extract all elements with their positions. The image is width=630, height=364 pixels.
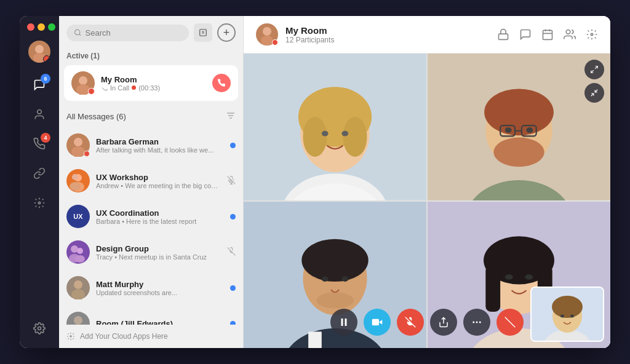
svg-point-38 xyxy=(566,30,570,34)
room-info: My Room 12 Participants xyxy=(285,25,490,44)
conv-preview: Barbara • Here is the latest report xyxy=(96,218,224,225)
mute-button[interactable] xyxy=(397,309,424,336)
call-duration: (00:33) xyxy=(138,84,160,92)
svg-point-3 xyxy=(38,202,40,204)
sidebar-item-calls[interactable]: 4 xyxy=(27,132,52,156)
conv-info: UX Coordination Barbara • Here is the la… xyxy=(96,208,224,225)
close-dot[interactable] xyxy=(27,23,34,31)
nav-bottom xyxy=(27,316,52,341)
svg-rect-75 xyxy=(485,264,500,311)
svg-line-25 xyxy=(228,247,236,255)
sidebar-item-messages[interactable]: 6 xyxy=(27,73,52,97)
svg-line-42 xyxy=(591,93,594,96)
active-label: Active (1) xyxy=(59,49,243,65)
minimize-dot[interactable] xyxy=(38,23,45,31)
call-indicator xyxy=(132,85,136,90)
compose-button[interactable] xyxy=(194,23,212,42)
list-item[interactable]: Room (Jill Edwards) xyxy=(59,306,243,325)
conv-avatar xyxy=(66,240,90,264)
share-button[interactable] xyxy=(430,309,457,336)
muted-icon xyxy=(227,247,236,258)
list-item[interactable]: UX UX Coordination Barbara • Here is the… xyxy=(59,199,243,234)
room-lock-button[interactable] xyxy=(497,28,509,41)
room-chat-button[interactable] xyxy=(519,28,532,41)
conversations-panel: + Active (1) My Room In Call xyxy=(59,16,244,348)
maximize-dot[interactable] xyxy=(48,23,55,31)
call-status: In Call (00:33) xyxy=(101,84,206,92)
video-button[interactable] xyxy=(364,309,391,336)
app-window: 6 4 xyxy=(20,16,610,348)
svg-point-26 xyxy=(74,280,82,289)
shrink-button[interactable] xyxy=(584,83,604,103)
svg-point-93 xyxy=(560,315,564,318)
video-cell-2 xyxy=(428,53,610,200)
conv-name: Barbara German xyxy=(96,137,224,146)
svg-point-92 xyxy=(552,296,583,318)
svg-point-48 xyxy=(303,117,327,157)
svg-point-77 xyxy=(505,274,513,280)
conv-name: UX Coordination xyxy=(96,208,224,218)
svg-point-50 xyxy=(322,131,329,136)
svg-line-43 xyxy=(595,90,597,92)
call-item-info: My Room In Call (00:33) xyxy=(101,75,206,92)
svg-point-18 xyxy=(72,174,78,180)
svg-point-27 xyxy=(71,289,85,299)
self-view xyxy=(530,287,604,342)
svg-line-88 xyxy=(505,317,516,328)
room-calendar-button[interactable] xyxy=(541,28,554,41)
pause-button[interactable] xyxy=(330,309,357,336)
svg-point-78 xyxy=(525,274,533,280)
active-call-item[interactable]: My Room In Call (00:33) xyxy=(64,65,238,101)
add-apps-label: Add Your Cloud Apps Here xyxy=(80,332,168,341)
main-content: My Room 12 Participants xyxy=(244,16,610,348)
new-conversation-button[interactable]: + xyxy=(217,23,236,42)
svg-point-9 xyxy=(79,76,87,85)
call-avatar xyxy=(71,71,95,95)
filter-icon[interactable] xyxy=(226,111,236,122)
room-more-button[interactable] xyxy=(586,28,598,41)
svg-point-68 xyxy=(322,276,329,282)
svg-rect-33 xyxy=(499,34,508,39)
unread-indicator xyxy=(230,214,236,220)
sidebar-item-links[interactable] xyxy=(27,161,52,186)
list-item[interactable]: UX Workshop Andrew • We are meeting in t… xyxy=(59,163,243,199)
search-input[interactable] xyxy=(86,28,181,38)
end-call-button[interactable] xyxy=(496,309,524,336)
list-item[interactable]: Barbara German After talking with Matt, … xyxy=(59,127,243,163)
messages-header: All Messages (6) xyxy=(59,106,243,127)
in-call-label: In Call xyxy=(101,84,129,92)
sidebar-item-integrations[interactable] xyxy=(27,191,52,215)
svg-point-19 xyxy=(70,182,81,191)
call-name: My Room xyxy=(101,75,206,84)
room-avatar xyxy=(256,23,278,46)
svg-point-86 xyxy=(476,322,478,323)
room-participants-button[interactable] xyxy=(564,28,576,41)
svg-point-59 xyxy=(526,127,533,133)
user-avatar[interactable] xyxy=(28,41,50,63)
svg-point-5 xyxy=(75,30,80,34)
conversation-list: Barbara German After talking with Matt, … xyxy=(59,127,243,325)
list-item[interactable]: Design Group Tracy • Next meetup is in S… xyxy=(59,234,243,270)
conv-red-badge xyxy=(84,151,90,157)
svg-point-30 xyxy=(70,336,71,337)
conv-name: Room (Jill Edwards) xyxy=(96,319,224,325)
search-input-wrap[interactable] xyxy=(66,25,189,41)
conv-info: UX Workshop Andrew • We are meeting in t… xyxy=(96,173,221,189)
sidebar-item-contacts[interactable] xyxy=(27,102,52,127)
window-controls xyxy=(20,23,55,31)
svg-point-58 xyxy=(505,127,512,133)
sidebar-item-settings[interactable] xyxy=(27,316,52,341)
list-item[interactable]: Matt Murphy Updated screenshots are... xyxy=(59,270,243,306)
svg-point-39 xyxy=(591,33,592,35)
join-call-button[interactable] xyxy=(212,74,231,92)
svg-point-15 xyxy=(71,146,85,157)
room-avatar-badge xyxy=(272,39,278,46)
expand-button[interactable] xyxy=(584,60,604,79)
add-apps-button[interactable]: Add Your Cloud Apps Here xyxy=(59,325,243,348)
messages-label: All Messages (6) xyxy=(66,112,126,121)
svg-point-87 xyxy=(479,322,481,323)
muted-icon xyxy=(227,176,236,186)
svg-point-94 xyxy=(570,315,574,318)
more-button[interactable] xyxy=(463,309,490,336)
conv-name: Matt Murphy xyxy=(96,280,224,289)
